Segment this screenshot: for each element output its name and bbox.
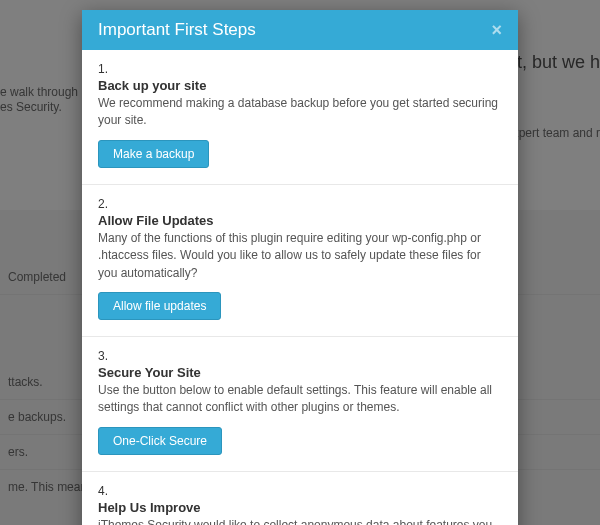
allow-file-updates-button[interactable]: Allow file updates <box>98 292 221 320</box>
step-file-updates: 2. Allow File Updates Many of the functi… <box>82 185 518 337</box>
step-secure-site: 3. Secure Your Site Use the button below… <box>82 337 518 472</box>
step-description: iThemes Security would like to collect a… <box>98 517 502 525</box>
make-backup-button[interactable]: Make a backup <box>98 140 209 168</box>
step-title: Help Us Improve <box>98 500 502 515</box>
first-steps-modal: Important First Steps × 1. Back up your … <box>82 10 518 525</box>
step-title: Secure Your Site <box>98 365 502 380</box>
modal-header: Important First Steps × <box>82 10 518 50</box>
step-backup: 1. Back up your site We recommend making… <box>82 50 518 185</box>
step-title: Back up your site <box>98 78 502 93</box>
step-help-improve: 4. Help Us Improve iThemes Security woul… <box>82 472 518 525</box>
step-number: 1. <box>98 62 502 76</box>
step-number: 2. <box>98 197 502 211</box>
step-description: Use the button below to enable default s… <box>98 382 502 417</box>
step-description: Many of the functions of this plugin req… <box>98 230 502 282</box>
step-number: 4. <box>98 484 502 498</box>
step-title: Allow File Updates <box>98 213 502 228</box>
step-number: 3. <box>98 349 502 363</box>
close-icon[interactable]: × <box>491 21 502 39</box>
one-click-secure-button[interactable]: One-Click Secure <box>98 427 222 455</box>
step-description: We recommend making a database backup be… <box>98 95 502 130</box>
modal-title: Important First Steps <box>98 20 256 40</box>
